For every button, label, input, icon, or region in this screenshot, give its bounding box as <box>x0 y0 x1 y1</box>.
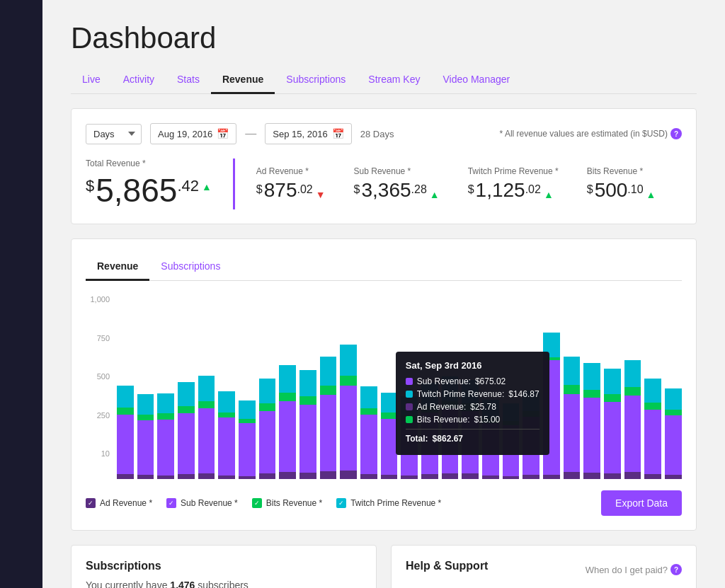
bar-group[interactable] <box>299 309 316 479</box>
y-label-750: 750 <box>86 334 114 342</box>
bar-segment <box>624 396 641 472</box>
bar-segment <box>482 418 499 423</box>
bar-segment <box>421 474 438 479</box>
legend-prime-check: ✓ <box>336 498 346 508</box>
est-label: * All revenue values are estimated (in $… <box>500 128 682 139</box>
bar-group[interactable] <box>279 309 296 479</box>
ad-revenue: Ad Revenue * $ 875 .02 ▼ <box>256 166 326 202</box>
bar-group[interactable] <box>421 309 438 479</box>
bar-group[interactable] <box>583 309 600 479</box>
tab-subscriptions[interactable]: Subscriptions <box>275 67 357 94</box>
bar-segment <box>381 475 398 479</box>
end-date-text: Sep 15, 2016 <box>273 129 327 139</box>
bar-group[interactable] <box>442 309 459 479</box>
bar-group[interactable] <box>401 309 418 479</box>
bar-group[interactable] <box>564 309 581 479</box>
bar-segment <box>137 394 154 415</box>
tab-activity[interactable]: Activity <box>112 67 166 94</box>
tab-live[interactable]: Live <box>71 67 112 94</box>
prime-cents: .02 <box>525 183 541 196</box>
help-title: Help & Support <box>406 560 488 572</box>
bar-segment <box>644 474 661 479</box>
bar-group[interactable] <box>482 309 499 479</box>
bar-segment <box>442 376 459 401</box>
bar-segment <box>299 405 316 473</box>
bar-group[interactable] <box>644 309 661 479</box>
legend-export-row: ✓ Ad Revenue * ✓ Sub Revenue * ✓ Bits Re… <box>86 490 682 516</box>
bar-group[interactable] <box>198 309 215 479</box>
bar-group[interactable] <box>178 309 195 479</box>
est-help-icon[interactable]: ? <box>670 128 682 139</box>
revenue-summary: Total Revenue * $ 5,865 .42 ▲ Ad Revenue… <box>86 158 682 209</box>
bar-segment <box>299 370 316 396</box>
tab-stream-key[interactable]: Stream Key <box>357 67 431 94</box>
total-revenue-label: Total Revenue * <box>86 158 212 168</box>
legend-bits[interactable]: ✓ Bits Revenue * <box>252 498 322 508</box>
tab-video-manager[interactable]: Video Manager <box>431 67 521 94</box>
end-date-input[interactable]: Sep 15, 2016 📅 <box>265 123 351 144</box>
bar-segment <box>421 406 438 413</box>
bar-group[interactable] <box>624 309 641 479</box>
legend-sub[interactable]: ✓ Sub Revenue * <box>166 498 238 508</box>
sub-trend-icon: ▲ <box>430 189 440 200</box>
period-select[interactable]: Days Weeks Months <box>86 124 142 144</box>
legend-ad[interactable]: ✓ Ad Revenue * <box>86 498 152 508</box>
bar-segment <box>482 400 499 418</box>
chart-card: Revenue Subscriptions 1,000 750 500 250 … <box>71 238 697 531</box>
bar-segment <box>442 408 459 473</box>
bar-group[interactable] <box>503 309 520 479</box>
when-paid-help-icon[interactable]: ? <box>670 564 682 575</box>
bar-group[interactable] <box>543 309 560 479</box>
tab-stats[interactable]: Stats <box>166 67 211 94</box>
bar-segment <box>340 471 357 479</box>
bar-group[interactable] <box>259 309 276 479</box>
bar-segment <box>198 376 215 401</box>
export-button[interactable]: Export Data <box>601 490 682 516</box>
bar-segment <box>503 403 520 421</box>
bits-revenue-amount: $ 500 .10 ▲ <box>587 179 656 202</box>
bits-cents: .10 <box>627 183 643 196</box>
bar-group[interactable] <box>137 309 154 479</box>
ad-revenue-label: Ad Revenue * <box>256 166 326 176</box>
bar-segment <box>239 423 256 475</box>
bar-segment <box>137 420 154 475</box>
bar-group[interactable] <box>218 309 235 479</box>
bar-segment <box>462 411 479 474</box>
chart-tab-subscriptions[interactable]: Subscriptions <box>149 253 232 281</box>
bar-segment <box>259 379 276 403</box>
bar-group[interactable] <box>523 309 540 479</box>
legend-prime[interactable]: ✓ Twitch Prime Revenue * <box>336 498 441 508</box>
bar-group[interactable] <box>360 309 377 479</box>
prime-revenue: Twitch Prime Revenue * $ 1,125 .02 ▲ <box>468 166 559 202</box>
bar-segment <box>381 413 398 418</box>
bar-group[interactable] <box>157 309 174 479</box>
start-date-input[interactable]: Aug 19, 2016 📅 <box>150 123 236 144</box>
bar-group[interactable] <box>239 309 256 479</box>
ad-revenue-amount: $ 875 .02 ▼ <box>256 179 326 202</box>
legend-prime-label: Twitch Prime Revenue * <box>350 498 441 508</box>
bar-group[interactable] <box>320 309 337 479</box>
chart-tab-revenue[interactable]: Revenue <box>86 253 149 281</box>
bar-segment <box>259 411 276 474</box>
bar-group[interactable] <box>117 309 134 479</box>
bar-group[interactable] <box>462 309 479 479</box>
bar-group[interactable] <box>381 309 398 479</box>
when-paid: When do I get paid? ? <box>586 564 682 575</box>
total-trend-icon: ▲ <box>202 181 212 192</box>
bar-group[interactable] <box>665 309 682 479</box>
bar-segment <box>401 415 418 421</box>
y-label-250: 250 <box>86 411 114 420</box>
y-label-500: 500 <box>86 372 114 381</box>
date-separator: — <box>245 127 256 140</box>
bar-segment <box>644 403 661 410</box>
tab-revenue[interactable]: Revenue <box>211 67 275 94</box>
bar-group[interactable] <box>340 309 357 479</box>
bar-segment <box>381 393 398 413</box>
bar-segment <box>279 472 296 479</box>
bar-group[interactable] <box>604 309 621 479</box>
subscriptions-card: Subscriptions You currently have 1,476 s… <box>71 545 377 588</box>
bar-segment <box>157 393 174 413</box>
bar-segment <box>523 391 540 411</box>
bar-segment <box>543 360 560 475</box>
bar-segment <box>442 401 459 409</box>
